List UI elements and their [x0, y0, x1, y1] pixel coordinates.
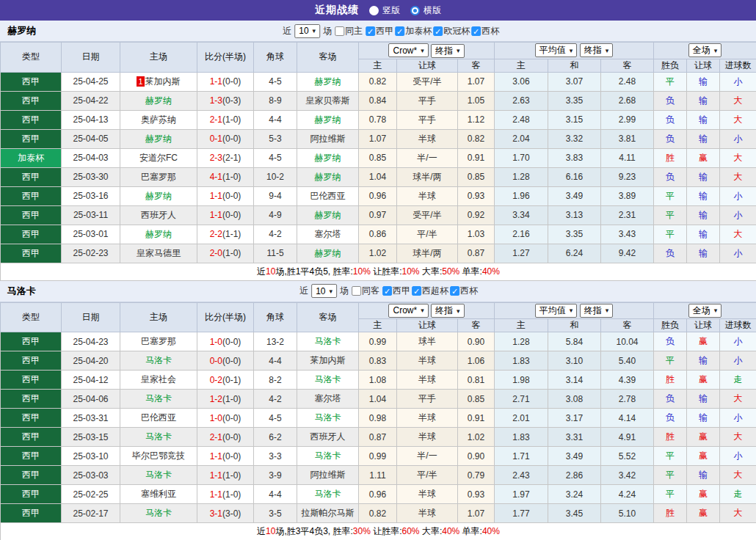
subheader-away-odds: 客	[458, 319, 495, 332]
home-team-name[interactable]: 塞维利亚	[141, 489, 176, 499]
home-team-name[interactable]: 马洛卡	[145, 431, 172, 442]
away-team-name[interactable]: 马洛卡	[315, 336, 341, 346]
checkbox-checked-icon[interactable]: ✓	[382, 286, 392, 296]
crow-home-odds-cell: 0.99	[359, 332, 397, 351]
away-team-name[interactable]: 赫罗纳	[315, 248, 341, 258]
full-match-select[interactable]: 全场▾	[688, 43, 722, 57]
away-team-name[interactable]: 马洛卡	[315, 450, 341, 461]
home-team-name[interactable]: 赫罗纳	[145, 134, 172, 144]
checkbox-checked-icon[interactable]: ✓	[450, 286, 459, 296]
same-venue-filter[interactable]: 同客	[352, 285, 379, 297]
checkbox-checked-icon[interactable]: ✓	[412, 286, 421, 296]
same-venue-filter[interactable]: 同主	[335, 25, 363, 37]
summary-segment: 50%	[442, 266, 459, 277]
home-team-name[interactable]: 奥萨苏纳	[141, 114, 176, 125]
checkbox-checked-icon[interactable]: ✓	[366, 26, 375, 36]
summary-text: 近10场,胜3平4负3, 胜率:30% 让胜率:60% 大率:40% 单率:40…	[1, 523, 756, 540]
radio-off-icon[interactable]	[369, 6, 379, 15]
away-team-name[interactable]: 莱加内斯	[310, 355, 346, 365]
layout-radio-horizontal[interactable]: 横版	[410, 4, 441, 17]
away-team-name[interactable]: 巴伦西亚	[310, 191, 346, 201]
odds-stage-select[interactable]: 终指▾	[431, 44, 465, 58]
fulltime-score: 1-0	[210, 337, 222, 347]
radio-on-icon[interactable]	[410, 6, 420, 15]
crow-select-cell: Crow*▾ 终指▾	[359, 43, 495, 59]
title-bar: 近期战绩 竖版 横版	[0, 0, 756, 21]
away-team-name[interactable]: 赫罗纳	[315, 76, 341, 87]
home-team-name[interactable]: 马洛卡	[145, 470, 172, 480]
chevron-down-icon: ▾	[570, 47, 573, 54]
bookmaker-select-value: Crow*	[393, 45, 417, 56]
fulltime-score: 2-0	[210, 248, 222, 258]
away-team-name[interactable]: 皇家贝蒂斯	[306, 95, 350, 106]
league-filter-label: 加泰杯	[405, 25, 432, 37]
away-team-name[interactable]: 赫罗纳	[315, 114, 341, 125]
league-filter[interactable]: ✓加泰杯	[395, 25, 432, 37]
checkbox-unchecked-icon[interactable]	[335, 26, 344, 36]
home-team-name[interactable]: 莱加内斯	[145, 76, 181, 87]
away-team-name[interactable]: 赫罗纳	[315, 210, 341, 220]
away-team-name[interactable]: 拉斯帕尔马斯	[302, 508, 355, 518]
layout-radio-vertical[interactable]: 竖版	[369, 4, 400, 17]
away-team-name[interactable]: 阿拉维斯	[310, 470, 346, 480]
halftime-score: (1-0)	[222, 489, 241, 500]
home-team-name[interactable]: 巴塞罗那	[141, 336, 176, 346]
home-team-name[interactable]: 巴塞罗那	[141, 172, 176, 182]
result-cell: 平	[654, 351, 687, 371]
league-filter[interactable]: ✓西甲	[382, 285, 410, 297]
league-filter[interactable]: ✓西超杯	[412, 285, 448, 297]
home-team-name[interactable]: 皇家马德里	[137, 248, 181, 258]
checkbox-checked-icon[interactable]: ✓	[395, 26, 404, 36]
away-team-name[interactable]: 塞尔塔	[315, 393, 341, 404]
home-team-name[interactable]: 赫罗纳	[145, 229, 172, 239]
odds-stage-select[interactable]: 终指▾	[431, 304, 465, 318]
away-team-name[interactable]: 塞尔塔	[315, 229, 341, 239]
away-team-name[interactable]: 马洛卡	[315, 412, 341, 423]
average-select[interactable]: 平均值▾	[535, 304, 578, 318]
away-team-name[interactable]: 马洛卡	[315, 489, 341, 499]
home-team-name[interactable]: 安道尔FC	[139, 153, 178, 163]
away-team-name[interactable]: 马洛卡	[315, 374, 341, 384]
result-cell: 平	[654, 466, 687, 485]
league-cell: 西甲	[1, 72, 62, 91]
avg-home-odds-cell: 1.70	[495, 148, 548, 167]
home-team-name[interactable]: 马洛卡	[145, 355, 172, 365]
home-team-name[interactable]: 西班牙人	[141, 210, 176, 220]
average-select[interactable]: 平均值▾	[535, 43, 578, 57]
league-filter[interactable]: ✓西甲	[366, 25, 393, 37]
avg-draw-odds-cell: 3.10	[548, 351, 601, 371]
col-header-score: 比分(半场)	[197, 302, 254, 332]
home-team-cell: 巴塞罗那	[120, 332, 197, 351]
league-filter[interactable]: ✓西杯	[450, 285, 478, 297]
away-team-name[interactable]: 阿拉维斯	[310, 134, 346, 144]
home-team-name[interactable]: 毕尔巴鄂竞技	[132, 450, 185, 461]
league-filter[interactable]: ✓欧冠杯	[433, 25, 470, 37]
checkbox-checked-icon[interactable]: ✓	[471, 26, 481, 36]
away-team-name[interactable]: 西班牙人	[310, 431, 346, 442]
home-team-name[interactable]: 赫罗纳	[145, 95, 172, 106]
full-match-select[interactable]: 全场▾	[688, 304, 722, 318]
checkbox-checked-icon[interactable]: ✓	[433, 26, 443, 36]
score-cell: 1-1(1-0)	[197, 466, 254, 485]
away-team-name[interactable]: 赫罗纳	[315, 153, 341, 163]
home-team-name[interactable]: 马洛卡	[145, 393, 172, 404]
date-cell: 25-04-23	[62, 332, 120, 351]
average-stage-select[interactable]: 终指▾	[580, 43, 614, 57]
bookmaker-select[interactable]: Crow*▾	[388, 43, 428, 57]
away-team-name[interactable]: 赫罗纳	[315, 172, 341, 182]
bookmaker-select[interactable]: Crow*▾	[388, 304, 428, 318]
average-stage-select[interactable]: 终指▾	[580, 304, 614, 318]
league-filter[interactable]: ✓西杯	[471, 25, 499, 37]
halftime-score: (0-1)	[222, 375, 241, 385]
match-count-select[interactable]: 10 ▾	[311, 284, 337, 298]
filter-bar: 近 10 ▾ 场 同客 ✓西甲✓西超杯✓西杯	[299, 281, 478, 302]
match-count-select[interactable]: 10 ▾	[294, 24, 320, 38]
home-team-name[interactable]: 巴伦西亚	[141, 412, 176, 423]
home-team-name[interactable]: 皇家社会	[141, 374, 176, 384]
chevron-down-icon: ▾	[421, 307, 424, 314]
checkbox-unchecked-icon[interactable]	[352, 286, 361, 296]
subheader-avg-away: 客	[601, 59, 654, 72]
fulltime-score: 2-1	[210, 114, 222, 125]
home-team-name[interactable]: 马洛卡	[145, 508, 172, 518]
home-team-name[interactable]: 赫罗纳	[145, 191, 172, 201]
